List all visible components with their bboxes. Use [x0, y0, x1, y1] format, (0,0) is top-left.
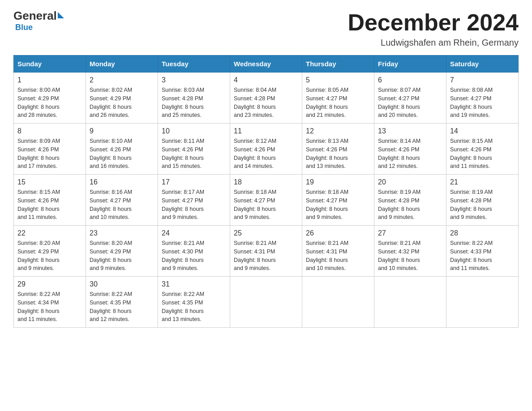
header-thursday: Thursday: [302, 56, 374, 73]
day-info: Sunrise: 8:11 AMSunset: 4:26 PMDaylight:…: [162, 137, 226, 171]
day-number: 2: [90, 76, 154, 84]
day-info: Sunrise: 8:00 AMSunset: 4:29 PMDaylight:…: [17, 86, 82, 120]
day-info: Sunrise: 8:21 AMSunset: 4:30 PMDaylight:…: [162, 239, 226, 273]
day-info: Sunrise: 8:20 AMSunset: 4:29 PMDaylight:…: [17, 239, 82, 273]
calendar-cell: 4Sunrise: 8:04 AMSunset: 4:28 PMDaylight…: [230, 73, 302, 124]
calendar-cell: [446, 277, 519, 328]
calendar-cell: 15Sunrise: 8:15 AMSunset: 4:26 PMDayligh…: [14, 175, 86, 226]
day-number: 18: [234, 178, 298, 186]
day-info: Sunrise: 8:19 AMSunset: 4:28 PMDaylight:…: [378, 188, 442, 222]
day-info: Sunrise: 8:12 AMSunset: 4:26 PMDaylight:…: [234, 137, 298, 171]
calendar-cell: 7Sunrise: 8:08 AMSunset: 4:27 PMDaylight…: [446, 73, 519, 124]
day-number: 15: [17, 178, 82, 186]
day-number: 26: [306, 229, 370, 237]
day-number: 17: [162, 178, 226, 186]
day-number: 16: [90, 178, 154, 186]
calendar-cell: 22Sunrise: 8:20 AMSunset: 4:29 PMDayligh…: [14, 226, 86, 277]
header-sunday: Sunday: [14, 56, 86, 73]
calendar-cell: 11Sunrise: 8:12 AMSunset: 4:26 PMDayligh…: [230, 124, 302, 175]
calendar-cell: 28Sunrise: 8:22 AMSunset: 4:33 PMDayligh…: [446, 226, 519, 277]
calendar-week-row: 29Sunrise: 8:22 AMSunset: 4:34 PMDayligh…: [14, 277, 519, 328]
calendar-cell: 19Sunrise: 8:18 AMSunset: 4:27 PMDayligh…: [302, 175, 374, 226]
calendar-cell: [302, 277, 374, 328]
day-number: 3: [162, 76, 226, 84]
day-number: 22: [17, 229, 82, 237]
day-info: Sunrise: 8:02 AMSunset: 4:29 PMDaylight:…: [90, 86, 154, 120]
calendar-cell: 2Sunrise: 8:02 AMSunset: 4:29 PMDaylight…: [86, 73, 158, 124]
day-number: 23: [90, 229, 154, 237]
day-number: 24: [162, 229, 226, 237]
header-tuesday: Tuesday: [158, 56, 230, 73]
day-info: Sunrise: 8:22 AMSunset: 4:33 PMDaylight:…: [450, 239, 515, 273]
day-info: Sunrise: 8:04 AMSunset: 4:28 PMDaylight:…: [234, 86, 298, 120]
day-info: Sunrise: 8:16 AMSunset: 4:27 PMDaylight:…: [90, 188, 154, 222]
header-saturday: Saturday: [446, 56, 519, 73]
day-info: Sunrise: 8:19 AMSunset: 4:28 PMDaylight:…: [450, 188, 515, 222]
day-info: Sunrise: 8:22 AMSunset: 4:34 PMDaylight:…: [17, 290, 82, 324]
day-info: Sunrise: 8:20 AMSunset: 4:29 PMDaylight:…: [90, 239, 154, 273]
day-info: Sunrise: 8:21 AMSunset: 4:32 PMDaylight:…: [378, 239, 442, 273]
day-info: Sunrise: 8:21 AMSunset: 4:31 PMDaylight:…: [234, 239, 298, 273]
calendar-cell: 24Sunrise: 8:21 AMSunset: 4:30 PMDayligh…: [158, 226, 230, 277]
calendar-title: December 2024: [348, 9, 519, 36]
calendar-subtitle: Ludwigshafen am Rhein, Germany: [348, 38, 519, 48]
logo-general-text: General: [13, 9, 57, 23]
day-number: 7: [450, 76, 515, 84]
calendar-cell: 6Sunrise: 8:07 AMSunset: 4:27 PMDaylight…: [374, 73, 446, 124]
day-info: Sunrise: 8:17 AMSunset: 4:27 PMDaylight:…: [162, 188, 226, 222]
calendar-cell: 10Sunrise: 8:11 AMSunset: 4:26 PMDayligh…: [158, 124, 230, 175]
day-number: 29: [17, 280, 82, 288]
day-info: Sunrise: 8:07 AMSunset: 4:27 PMDaylight:…: [378, 86, 442, 120]
calendar-cell: 3Sunrise: 8:03 AMSunset: 4:28 PMDaylight…: [158, 73, 230, 124]
calendar-cell: 8Sunrise: 8:09 AMSunset: 4:26 PMDaylight…: [14, 124, 86, 175]
day-info: Sunrise: 8:08 AMSunset: 4:27 PMDaylight:…: [450, 86, 515, 120]
calendar-cell: 16Sunrise: 8:16 AMSunset: 4:27 PMDayligh…: [86, 175, 158, 226]
calendar-cell: 12Sunrise: 8:13 AMSunset: 4:26 PMDayligh…: [302, 124, 374, 175]
day-number: 6: [378, 76, 442, 84]
calendar-table: SundayMondayTuesdayWednesdayThursdayFrid…: [13, 55, 519, 328]
day-info: Sunrise: 8:10 AMSunset: 4:26 PMDaylight:…: [90, 137, 154, 171]
calendar-week-row: 1Sunrise: 8:00 AMSunset: 4:29 PMDaylight…: [14, 73, 519, 124]
calendar-cell: 13Sunrise: 8:14 AMSunset: 4:26 PMDayligh…: [374, 124, 446, 175]
calendar-cell: 5Sunrise: 8:05 AMSunset: 4:27 PMDaylight…: [302, 73, 374, 124]
day-number: 20: [378, 178, 442, 186]
calendar-week-row: 8Sunrise: 8:09 AMSunset: 4:26 PMDaylight…: [14, 124, 519, 175]
calendar-cell: 17Sunrise: 8:17 AMSunset: 4:27 PMDayligh…: [158, 175, 230, 226]
calendar-cell: 30Sunrise: 8:22 AMSunset: 4:35 PMDayligh…: [86, 277, 158, 328]
day-number: 10: [162, 127, 226, 135]
page-header: General Blue December 2024 Ludwigshafen …: [13, 9, 519, 48]
header-monday: Monday: [86, 56, 158, 73]
logo: General Blue: [13, 9, 64, 32]
calendar-cell: 1Sunrise: 8:00 AMSunset: 4:29 PMDaylight…: [14, 73, 86, 124]
day-info: Sunrise: 8:09 AMSunset: 4:26 PMDaylight:…: [17, 137, 82, 171]
day-number: 14: [450, 127, 515, 135]
day-number: 8: [17, 127, 82, 135]
calendar-cell: 31Sunrise: 8:22 AMSunset: 4:35 PMDayligh…: [158, 277, 230, 328]
day-info: Sunrise: 8:15 AMSunset: 4:26 PMDaylight:…: [450, 137, 515, 171]
day-number: 21: [450, 178, 515, 186]
day-info: Sunrise: 8:21 AMSunset: 4:31 PMDaylight:…: [306, 239, 370, 273]
header-wednesday: Wednesday: [230, 56, 302, 73]
day-number: 13: [378, 127, 442, 135]
day-info: Sunrise: 8:05 AMSunset: 4:27 PMDaylight:…: [306, 86, 370, 120]
header-friday: Friday: [374, 56, 446, 73]
calendar-cell: 14Sunrise: 8:15 AMSunset: 4:26 PMDayligh…: [446, 124, 519, 175]
day-info: Sunrise: 8:15 AMSunset: 4:26 PMDaylight:…: [17, 188, 82, 222]
calendar-week-row: 15Sunrise: 8:15 AMSunset: 4:26 PMDayligh…: [14, 175, 519, 226]
logo-triangle-icon: [58, 12, 64, 18]
day-number: 4: [234, 76, 298, 84]
day-info: Sunrise: 8:03 AMSunset: 4:28 PMDaylight:…: [162, 86, 226, 120]
day-info: Sunrise: 8:13 AMSunset: 4:26 PMDaylight:…: [306, 137, 370, 171]
logo-blue-text: Blue: [15, 23, 33, 32]
day-number: 12: [306, 127, 370, 135]
day-number: 31: [162, 280, 226, 288]
day-number: 28: [450, 229, 515, 237]
calendar-cell: 26Sunrise: 8:21 AMSunset: 4:31 PMDayligh…: [302, 226, 374, 277]
day-number: 9: [90, 127, 154, 135]
calendar-cell: 21Sunrise: 8:19 AMSunset: 4:28 PMDayligh…: [446, 175, 519, 226]
calendar-cell: 27Sunrise: 8:21 AMSunset: 4:32 PMDayligh…: [374, 226, 446, 277]
day-number: 30: [90, 280, 154, 288]
calendar-cell: 9Sunrise: 8:10 AMSunset: 4:26 PMDaylight…: [86, 124, 158, 175]
calendar-cell: 25Sunrise: 8:21 AMSunset: 4:31 PMDayligh…: [230, 226, 302, 277]
calendar-cell: 18Sunrise: 8:18 AMSunset: 4:27 PMDayligh…: [230, 175, 302, 226]
